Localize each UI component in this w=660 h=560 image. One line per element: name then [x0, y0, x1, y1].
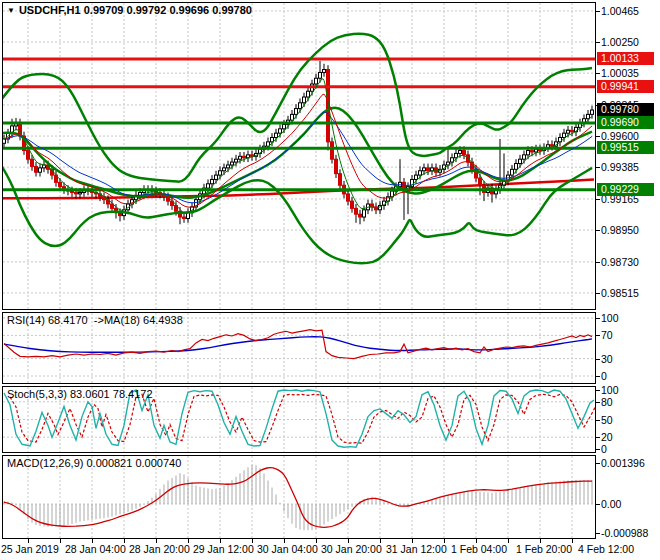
rsi-axis-label: 0 [601, 370, 607, 382]
ohlc-low: 0.99696 [169, 4, 209, 16]
ohlc-close: 0.99780 [212, 4, 252, 16]
ohlc-open: 0.99709 [84, 4, 124, 16]
price-axis-label: 0.99385 [601, 161, 639, 173]
time-axis-tick [60, 539, 61, 543]
chart-window: ▼USDCHF,H1 0.99709 0.99792 0.99696 0.997… [0, 0, 660, 560]
price-axis-label: 0.99600 [601, 130, 639, 142]
time-axis-tick [508, 539, 509, 543]
main-chart-canvas [3, 3, 595, 309]
price-axis-label: 1.00035 [601, 67, 639, 79]
price-level-badge: 0.99780 [597, 103, 654, 116]
price-level-badge: 0.99690 [597, 116, 654, 129]
ohlc-high: 0.99792 [127, 4, 167, 16]
rsi-axis-label: 70 [601, 329, 613, 341]
price-axis-label: 1.00250 [601, 36, 639, 48]
time-axis-label: 31 Jan 12:00 [386, 543, 447, 555]
chart-title: ▼USDCHF,H1 0.99709 0.99792 0.99696 0.997… [7, 4, 252, 16]
stoch-axis-label: 0 [601, 443, 607, 455]
rsi-axis-label: 100 [601, 312, 619, 324]
time-axis-label: 30 Jan 04:00 [257, 543, 318, 555]
time-axis-tick [572, 539, 573, 543]
stochastic-label: Stoch(5,3,3) 83.0601 78.4172 [7, 388, 153, 400]
main-chart-layers [3, 3, 595, 309]
time-axis-label: 28 Jan 20:00 [129, 543, 190, 555]
time-axis-label: 29 Jan 12:00 [193, 543, 254, 555]
time-axis-label: 28 Jan 04:00 [65, 543, 126, 555]
main-chart-pane[interactable] [2, 2, 596, 310]
symbol-period-label: USDCHF,H1 [19, 4, 81, 16]
price-level-badge: 0.99229 [597, 183, 654, 196]
price-level-badge: 0.99941 [597, 80, 654, 93]
stoch-axis-label: 20 [601, 431, 613, 443]
price-axis-label: 0.98730 [601, 256, 639, 268]
price-level-badge: 1.00133 [597, 52, 654, 65]
time-axis-label: 4 Feb 12:00 [578, 543, 634, 555]
macd-axis-label: 0.001396 [601, 457, 645, 469]
stoch-axis-label: 100 [601, 384, 619, 396]
macd-label: MACD(12,26,9) 0.000821 0.000740 [7, 457, 181, 469]
time-axis-label: 30 Jan 20:00 [321, 543, 382, 555]
price-level-badge: 0.99515 [597, 141, 654, 154]
price-axis-label: 0.98515 [601, 287, 639, 299]
symbol-dropdown-icon[interactable]: ▼ [7, 6, 15, 15]
price-axis-label: 1.00465 [601, 5, 639, 17]
time-axis-label: 25 Jan 2019 [1, 543, 59, 555]
price-axis-label: 0.98950 [601, 224, 639, 236]
time-axis-label: 1 Feb 04:00 [451, 543, 507, 555]
stoch-axis-label: 80 [601, 396, 613, 408]
macd-axis-label: -0.000988 [601, 527, 648, 539]
rsi-axis-label: 30 [601, 353, 613, 365]
time-axis-label: 1 Feb 20:00 [516, 543, 572, 555]
stoch-axis-label: 50 [601, 414, 613, 426]
rsi-label: RSI(14) 68.4170 ->MA(18) 64.4938 [7, 314, 183, 326]
macd-axis-label: 0.00 [601, 498, 621, 510]
